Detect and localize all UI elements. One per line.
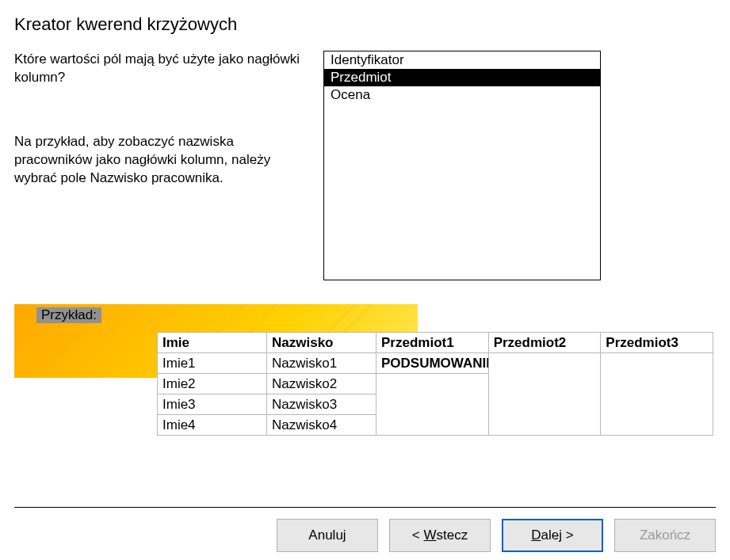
instruction-text: Które wartości pól mają być użyte jako n… <box>14 51 308 280</box>
field-listbox[interactable]: IdentyfikatorPrzedmiotOcena <box>323 51 601 280</box>
preview-table: Imie Nazwisko Przedmiot1 Przedmiot2 Prze… <box>157 332 713 436</box>
preview-spacer <box>14 436 716 475</box>
col-header: Nazwisko <box>267 333 376 353</box>
cell: Imie4 <box>158 415 267 436</box>
cell: Imie2 <box>158 374 267 394</box>
back-key: W <box>423 528 436 543</box>
back-button[interactable]: < Wstecz <box>389 519 491 552</box>
button-row: Anuluj < Wstecz Dalej > Zakończ <box>0 508 730 552</box>
col-header: Przedmiot2 <box>488 333 601 353</box>
cell: Nazwisko2 <box>267 374 376 394</box>
next-key: D <box>531 528 541 543</box>
content-row: Które wartości pól mają być użyte jako n… <box>0 43 730 280</box>
cell: Imie1 <box>158 353 267 374</box>
col-header: Imie <box>158 333 267 353</box>
cell: Imie3 <box>158 394 267 415</box>
cell: Nazwisko4 <box>267 415 376 436</box>
preview-table-wrap: Imie Nazwisko Przedmiot1 Przedmiot2 Prze… <box>157 332 713 436</box>
field-option[interactable]: Identyfikator <box>324 51 600 69</box>
cell: Nazwisko1 <box>267 353 376 374</box>
cell <box>601 353 713 436</box>
question-text: Które wartości pól mają być użyte jako n… <box>14 51 308 87</box>
example-text: Na przykład, aby zobaczyć nazwiska praco… <box>14 133 308 188</box>
back-rest: stecz <box>437 528 468 543</box>
col-header: Przedmiot1 <box>376 333 489 353</box>
table-row: Imie1 Nazwisko1 PODSUMOWANIE <box>158 353 713 374</box>
preview-label: Przykład: <box>36 307 101 323</box>
next-rest: alej > <box>541 528 574 543</box>
cancel-button[interactable]: Anuluj <box>277 519 378 552</box>
preview-section: Przykład: Imie Nazwisko Przedmiot1 Przed… <box>14 304 716 475</box>
col-header: Przedmiot3 <box>601 333 713 353</box>
field-option[interactable]: Ocena <box>324 86 600 104</box>
next-button[interactable]: Dalej > <box>502 519 603 552</box>
summary-cell: PODSUMOWANIE <box>376 353 489 374</box>
field-option[interactable]: Przedmiot <box>324 69 600 86</box>
cell: Nazwisko3 <box>267 394 376 415</box>
cell <box>376 374 489 436</box>
table-header-row: Imie Nazwisko Przedmiot1 Przedmiot2 Prze… <box>158 333 713 353</box>
back-prefix: < <box>412 528 424 543</box>
finish-button: Zakończ <box>614 519 716 552</box>
wizard-title: Kreator kwerend krzyżowych <box>0 0 730 43</box>
cell <box>488 353 601 436</box>
